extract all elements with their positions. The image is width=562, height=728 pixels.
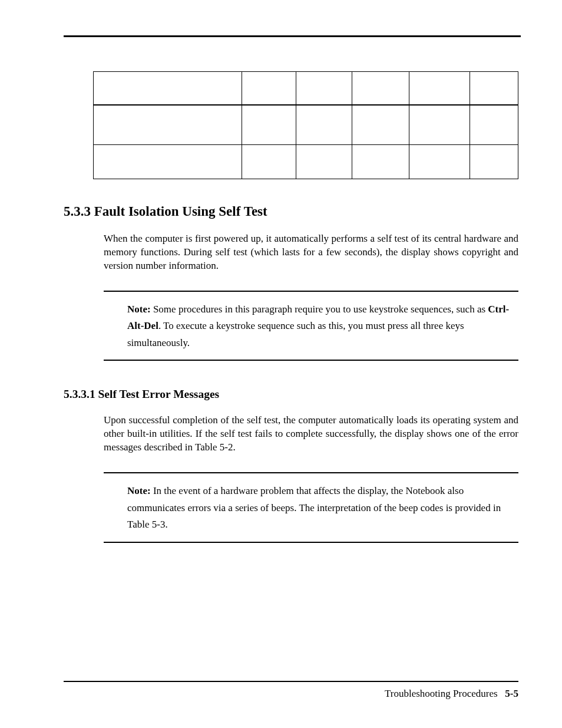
note-1: Note: Some procedures in this paragraph …	[127, 301, 518, 352]
note-label-2: Note:	[127, 485, 151, 496]
note-rule-top-1	[104, 291, 518, 292]
top-rule	[64, 35, 521, 37]
section-heading-5331: 5.3.3.1 Self Test Error Messages	[64, 388, 521, 401]
bottom-rule	[64, 681, 518, 682]
note-rule-bottom-2	[104, 542, 518, 543]
note-1-text-b: . To execute a keystroke sequence such a…	[127, 320, 464, 348]
footer-text: Troubleshooting Procedures	[385, 688, 498, 699]
para-error-messages: Upon successful completion of the self t…	[104, 414, 518, 454]
footer-page: 5-5	[505, 688, 518, 699]
section-number: 5.3.3	[64, 204, 91, 219]
note-2-text: In the event of a hardware problem that …	[127, 485, 501, 530]
empty-table	[93, 71, 518, 179]
note-rule-top-2	[104, 472, 518, 473]
subsection-number: 5.3.3.1	[64, 388, 95, 401]
note-rule-bottom-1	[104, 360, 518, 361]
note-2: Note: In the event of a hardware problem…	[127, 483, 518, 533]
note-label: Note:	[127, 304, 151, 315]
subsection-title: Self Test Error Messages	[98, 388, 220, 400]
section-title: Fault Isolation Using Self Test	[94, 204, 267, 219]
para-selftest-intro: When the computer is first powered up, i…	[104, 232, 518, 273]
footer: Troubleshooting Procedures 5-5	[385, 688, 518, 700]
section-heading-533: 5.3.3 Fault Isolation Using Self Test	[64, 204, 521, 219]
note-1-text-a: Some procedures in this paragraph requir…	[153, 304, 488, 315]
